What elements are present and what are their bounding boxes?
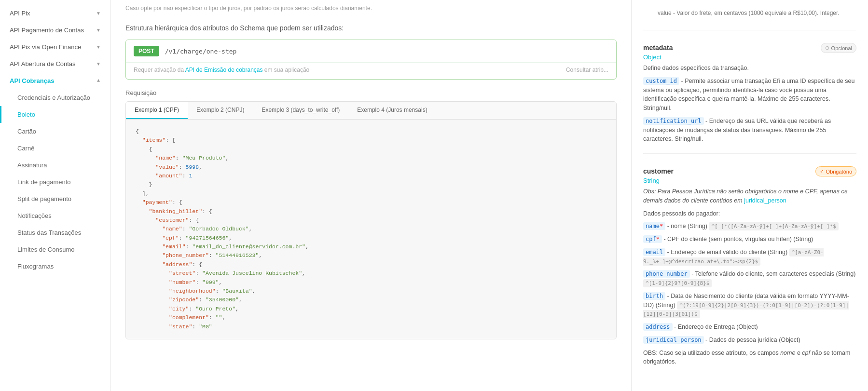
code-line: ], [136,189,606,198]
code-line: "state": "MG" [136,323,606,331]
tab-days[interactable]: Exemplo 3 (days_to_write_off) [253,102,348,119]
email-field-name: email [643,248,665,256]
sidebar-item-cartao[interactable]: Cartão [0,123,110,140]
code-line: "street": "Avenida Juscelino Kubitschek"… [136,269,606,278]
requisition-label: Requisição [111,89,631,101]
code-line: "number": "909", [136,278,606,287]
right-top-note: value - Valor do frete, em centavos (100… [643,5,856,24]
code-line: "name": "Gorbadoc Oldbuck", [136,225,606,233]
phone-regex: ^[1-9]{2}9?[0-9]{8}$ [643,279,712,287]
metadata-badge: ⊖ Opcional [821,43,856,53]
sidebar-item-limites-consumo[interactable]: Limites de Consumo [0,241,110,258]
code-line: "payment": { [136,198,606,207]
sidebar-item-fluxogramas[interactable]: Fluxogramas [0,258,110,275]
code-line: "neighborhood": "Bauxita", [136,287,606,296]
cpf-field-name: cpf* [643,235,662,243]
code-line: "name": "Meu Produto", [136,154,606,162]
customer-type: String [643,177,856,184]
endpoint-note-text: Requer ativação da API de Emissão de cob… [134,67,309,73]
juridical-note: OBS: Caso seja utilizado esse atributo, … [643,349,856,367]
endpoint-path: /v1/charge/one-step [165,48,237,55]
email-field: email - Endereço de email válido do clie… [643,248,856,266]
code-line: "address": { [136,260,606,269]
code-area: { "items": [ { "name": "Meu Produto", "v… [126,120,616,339]
sidebar-item-status-transacoes[interactable]: Status das Transações [0,224,110,241]
sidebar-item-boleto[interactable]: Boleto [0,106,110,123]
address-field: address - Endereço de Entrega (Object) [643,323,856,332]
customer-italic-note: Obs: Para Pessoa Jurídica não serão obri… [643,187,856,205]
chevron-down-icon: ▼ [96,11,101,16]
code-line: { [136,127,606,136]
sidebar-item-link-pagamento[interactable]: Link de pagamento [0,174,110,190]
sidebar-item-api-pix-open[interactable]: API Pix via Open Finance ▼ [0,39,110,55]
sidebar-item-assinatura[interactable]: Assinatura [0,157,110,174]
birth-field: birth - Data de Nascimento do cliente (d… [643,292,856,319]
code-line: "items": [ [136,136,606,145]
sidebar-item-api-pix[interactable]: API Pix ▼ [0,5,110,22]
juridical-person-field: juridical_person - Dados de pessoa juríd… [643,336,856,345]
sidebar-item-split-pagamento[interactable]: Split de pagamento [0,190,110,207]
metadata-type: Object [643,54,856,61]
juridical-person-link[interactable]: juridical_person [744,197,786,204]
code-line: "banking_billet": { [136,207,606,216]
code-line: "cpf": "94271564656", [136,234,606,243]
custom-id-name: custom_id [643,77,679,85]
tabs-header: Exemplo 1 (CPF) Exemplo 2 (CNPJ) Exemplo… [126,102,616,120]
top-note: Caso opte por não especificar o tipo de … [111,0,631,19]
sidebar-item-notificacoes[interactable]: Notificações [0,207,110,224]
address-field-name: address [643,323,673,331]
chevron-up-icon: ▼ [96,78,101,83]
sidebar: API Pix ▼ API Pagamento de Contas ▼ API … [0,0,111,391]
sidebar-item-api-pagamento[interactable]: API Pagamento de Contas ▼ [0,22,110,39]
code-line: "zipcode": "35400000", [136,296,606,304]
name-field-name: name* [643,222,665,230]
phone-number-field: phone_number - Telefone válido do client… [643,270,856,288]
tabs-container: Exemplo 1 (CPF) Exemplo 2 (CNPJ) Exemplo… [125,101,617,339]
tab-cnpj[interactable]: Exemplo 2 (CNPJ) [188,102,253,119]
juridical-person-field-name: juridical_person [643,336,704,344]
sidebar-item-credenciais[interactable]: Credenciais e Autorização [0,89,110,106]
customer-field-name: customer [643,167,674,175]
customer-badge: ✓ Obrigatório [815,166,856,176]
api-link[interactable]: API de Emissão de cobranças [185,67,263,73]
customer-desc: Dados pessoais do pagador: [643,209,856,218]
code-line: "amount": 1 [136,172,606,180]
cpf-field: cpf* - CPF do cliente (sem pontos, vírgu… [643,235,856,244]
chevron-down-icon: ▼ [96,44,101,50]
chevron-down-icon: ▼ [96,27,101,33]
endpoint-note: Requer ativação da API de Emissão de cob… [126,62,616,79]
center-panel: Caso opte por não especificar o tipo de … [111,0,632,391]
sidebar-item-carne[interactable]: Carnê [0,140,110,157]
endpoint-header: POST /v1/charge/one-step [126,40,616,62]
code-line: { [136,145,606,154]
custom-id-field: custom_id - Permite associar uma transaç… [643,77,856,113]
code-line: "value": 5998, [136,163,606,172]
code-line: "complement": "", [136,313,606,322]
endpoint-box: POST /v1/charge/one-step Requer ativação… [125,40,617,80]
main-content: Caso opte por não especificar o tipo de … [111,0,868,391]
code-line: "city": "Ouro Preto", [136,305,606,313]
sidebar-item-api-cobrancas[interactable]: API Cobranças ▼ [0,72,110,89]
notification-url-name: notification_url [643,117,704,125]
consult-link[interactable]: Consultar atrib... [566,67,608,73]
code-line: "email": "email_do_cliente@servidor.com.… [136,243,606,251]
metadata-desc: Define dados específicos da transação. [643,64,856,73]
sidebar-item-api-abertura[interactable]: API Abertura de Contas ▼ [0,55,110,72]
code-line: "customer": { [136,216,606,225]
method-badge: POST [134,46,159,56]
notification-url-field: notification_url - Endereço de sua URL v… [643,117,856,144]
tab-cpf[interactable]: Exemplo 1 (CPF) [126,102,188,119]
right-panel: value - Valor do frete, em centavos (100… [632,0,868,391]
code-line: "phone_number": "51444916523", [136,251,606,260]
code-line: } [136,180,606,189]
name-regex: ^[ ]*([A-Za-zA-ÿ]+[ ]+[A-Za-zA-ÿ]+[ ]*$ [709,222,838,230]
tab-juros[interactable]: Exemplo 4 (Juros mensais) [348,102,436,119]
name-field: name* - nome (String) ^[ ]*([A-Za-zA-ÿ]+… [643,222,856,231]
customer-section: customer ✓ Obrigatório String Obs: Para … [643,160,856,366]
metadata-section: metadata ⊖ Opcional Object Define dados … [643,36,856,144]
chevron-down-icon: ▼ [96,61,101,67]
metadata-field-name: metadata [643,44,673,52]
section-title: Estrutura hierárquica dos atributos do S… [111,19,631,40]
phone-number-field-name: phone_number [643,270,690,278]
birth-field-name: birth [643,292,665,300]
